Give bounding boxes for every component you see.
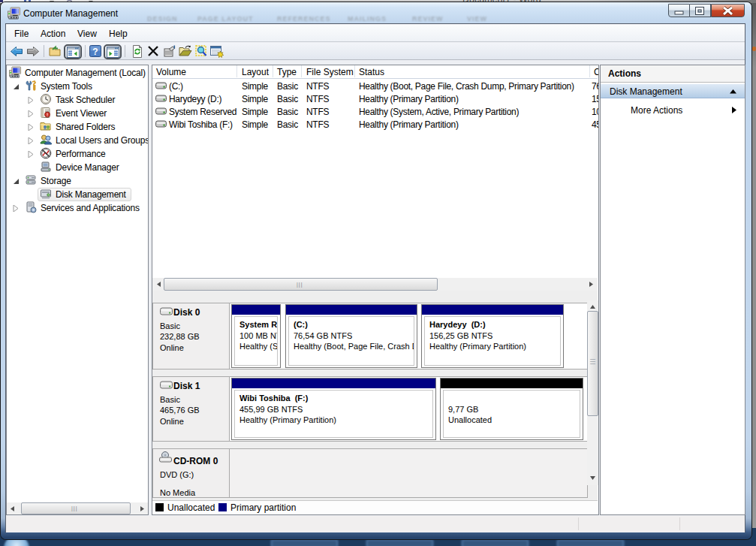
- svg-text:?: ?: [92, 47, 98, 57]
